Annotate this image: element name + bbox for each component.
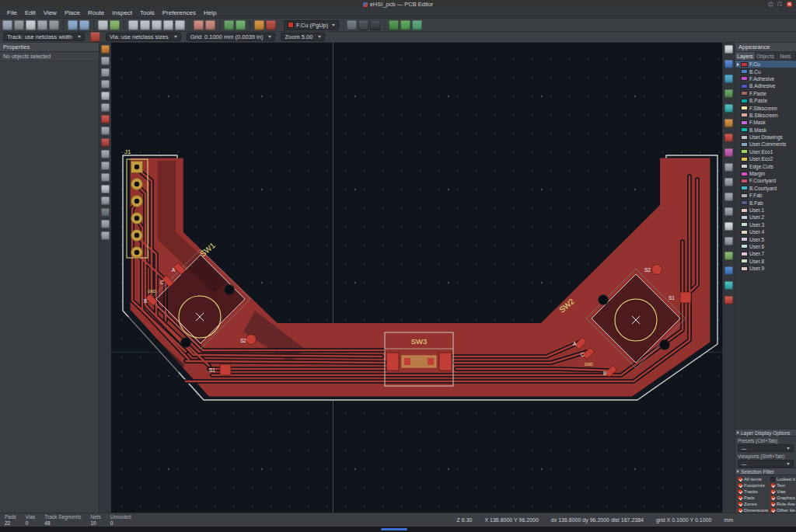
pcb-canvas[interactable]: J1 [111,43,722,513]
units-mil-icon[interactable] [101,80,110,89]
local-ratsnest-icon[interactable] [724,60,733,68]
toggle-grid-icon[interactable] [101,45,110,54]
undo-icon[interactable] [68,20,78,30]
layer-color-swatch[interactable] [741,193,748,198]
selection-filter-item[interactable]: Pads [738,495,769,500]
sw2-pad-s2[interactable] [652,265,662,275]
layer-row[interactable]: User.Eco1 [735,148,796,155]
layer-row[interactable]: B.Paste [735,97,796,104]
polar-coords-icon[interactable] [101,57,110,65]
draw-polygon-icon[interactable] [724,207,733,216]
layer-color-swatch[interactable] [741,106,748,110]
units-mm-icon[interactable] [101,92,110,100]
sw3-pad-left[interactable] [386,353,399,370]
tab-layers[interactable]: Layers [735,52,756,60]
add-dimension-icon[interactable] [724,252,733,260]
draw-arc-icon[interactable] [724,178,733,186]
layer-color-swatch[interactable] [741,259,748,263]
zoom-selection-icon[interactable] [175,20,185,30]
draw-circle-icon[interactable] [724,193,733,201]
close-button[interactable] [787,2,792,7]
rotate-ccw-icon[interactable] [194,20,204,30]
print-icon[interactable] [37,20,47,30]
layer-color-swatch[interactable] [741,237,748,242]
plugin-manager-icon[interactable] [400,20,410,30]
layer-row[interactable]: Margin [735,170,796,177]
layer-manager-icon[interactable] [101,231,110,240]
drc-icon[interactable] [358,20,368,30]
add-text-icon[interactable] [724,222,733,231]
zoom-objects-icon[interactable] [163,20,173,30]
draw-line-icon[interactable] [724,163,733,172]
ratsnest-icon[interactable] [101,115,110,123]
via-size-dropdown[interactable]: Via: use netclass sizes [106,33,181,41]
sw1-pad-s1[interactable] [220,364,231,375]
route-tracks-icon[interactable] [724,104,733,113]
sw1-pad-s2[interactable] [246,335,257,345]
layer-row[interactable]: User.Drawings [735,134,796,141]
pad-outline-icon[interactable] [101,173,110,182]
tab-nets[interactable]: Nets [776,52,796,60]
menu-preferences[interactable]: Preferences [159,9,200,18]
menu-place[interactable]: Place [61,9,84,18]
layer-color-swatch[interactable] [741,127,748,132]
layer-row[interactable]: B.Silkscreen [735,112,796,119]
layer-color-swatch[interactable] [741,149,748,154]
selection-filter-header[interactable]: Selection Filter [735,468,796,475]
menu-inspect[interactable]: Inspect [108,9,136,18]
zone-fill-icon[interactable] [101,138,110,147]
viewports-dropdown[interactable]: — [738,460,794,468]
crosshair-style-icon[interactable] [101,103,110,112]
layer-color-swatch[interactable] [741,252,748,256]
layer-color-swatch[interactable] [741,62,748,67]
layer-row[interactable]: User.Eco2 [735,155,796,162]
layer-color-swatch[interactable] [741,99,748,103]
selection-filter-item[interactable]: Rule Areas [770,502,795,506]
layer-color-swatch[interactable] [741,84,748,89]
highlight-net-icon[interactable] [724,75,733,83]
grid-dropdown[interactable]: Grid: 0.1000 mm (0.0039 in) [187,33,276,41]
layer-color-swatch[interactable] [741,135,748,140]
3d-viewer-icon[interactable] [254,20,264,30]
measure-tool-icon[interactable] [724,281,733,290]
minimize-button[interactable] [768,2,773,7]
layer-row[interactable]: User.3 [735,221,796,228]
save-icon[interactable] [2,20,12,30]
footprint-editor-icon[interactable] [224,20,234,30]
layer-row[interactable]: B.Fab [735,199,796,206]
layer-color-swatch[interactable] [741,244,748,249]
menu-tools[interactable]: Tools [136,9,159,18]
layer-color-swatch[interactable] [741,164,748,169]
board-setup-icon[interactable] [14,20,24,30]
selection-filter-item[interactable]: Graphics [770,495,795,500]
select-tool-icon[interactable] [724,45,733,54]
layer-row[interactable]: F.Cu [735,61,796,68]
units-inch-icon[interactable] [101,68,110,77]
rule-area-icon[interactable] [724,148,733,157]
auto-track-width-icon[interactable] [90,32,100,42]
layer-row[interactable]: User.Comments [735,141,796,148]
zoom-out-icon[interactable] [140,20,150,30]
layer-row[interactable]: User.8 [735,258,796,265]
high-contrast-icon[interactable] [101,208,110,217]
layer-row[interactable]: User.7 [735,250,796,257]
layer-color-swatch[interactable] [741,230,748,235]
measure-icon[interactable] [412,20,422,30]
selection-filter-item[interactable]: Tracks [738,489,769,494]
find-icon[interactable] [98,20,108,30]
footprint-browser-icon[interactable] [236,20,246,30]
selection-filter-item[interactable]: Zones [738,502,769,506]
track-width-icon[interactable] [266,20,276,30]
layer-row[interactable]: User.9 [735,265,796,272]
place-origin-icon[interactable] [724,266,733,275]
layer-row[interactable]: B.Courtyard [735,185,796,192]
layer-row[interactable]: Edge.Cuts [735,162,796,169]
layer-row[interactable]: F.Mask [735,119,796,126]
maximize-button[interactable] [777,2,783,7]
layer-row[interactable]: B.Cu [735,68,796,75]
zoom-fit-icon[interactable] [152,20,162,30]
zone-no-fill-icon[interactable] [101,162,110,170]
selection-filter-item[interactable]: All items [738,477,769,482]
layer-color-swatch[interactable] [741,120,748,125]
via-outline-icon[interactable] [101,185,110,193]
